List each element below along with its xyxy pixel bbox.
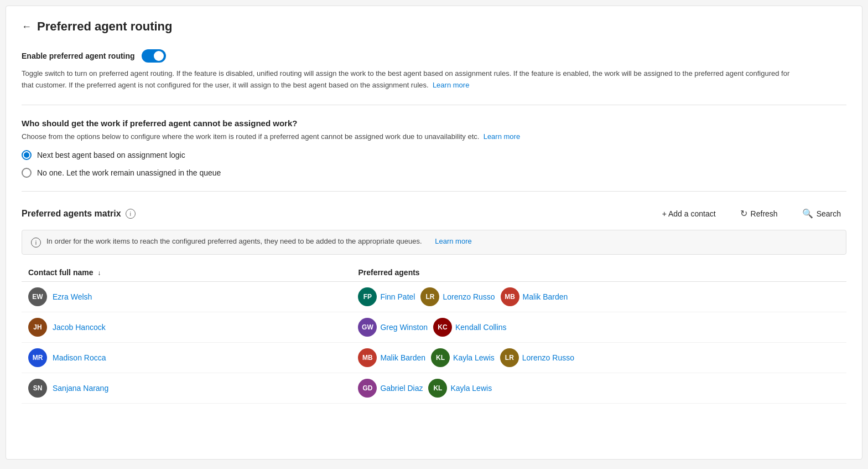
agent-name[interactable]: Gabriel Diaz	[380, 384, 423, 393]
matrix-section: Preferred agents matrix i + Add a contac…	[22, 205, 846, 404]
info-banner-icon: i	[31, 238, 41, 248]
agent-item: LR Lorenzo Russo	[500, 348, 574, 367]
contact-name[interactable]: Ezra Welsh	[53, 292, 92, 301]
radio-next-best-indicator	[22, 150, 32, 160]
agents-cell: FP Finn Patel LR Lorenzo Russo MB Malik …	[358, 287, 840, 306]
agent-item: GW Greg Winston	[358, 318, 428, 337]
info-banner-learn-more-link[interactable]: Learn more	[435, 237, 471, 245]
agent-item: KL Kayla Lewis	[428, 379, 492, 398]
radio-no-one[interactable]: No one. Let the work remain unassigned i…	[22, 168, 846, 178]
contact-avatar: SN	[28, 379, 47, 398]
search-button[interactable]: 🔍 Search	[797, 205, 846, 222]
agent-avatar: MB	[358, 348, 377, 367]
radio-next-best[interactable]: Next best agent based on assignment logi…	[22, 150, 846, 160]
add-contact-label: + Add a contact	[662, 209, 716, 218]
sort-icon: ↓	[97, 269, 101, 277]
page-title: Preferred agent routing	[37, 19, 172, 34]
contact-name[interactable]: Madison Rocca	[53, 353, 106, 362]
agents-cell: MB Malik Barden KL Kayla Lewis LR Lorenz…	[358, 348, 840, 367]
agent-item: KC Kendall Collins	[433, 318, 507, 337]
radio-next-best-label: Next best agent based on assignment logi…	[37, 151, 185, 159]
table-row: SN Sanjana Narang GD Gabriel Diaz KL Kay…	[22, 373, 846, 404]
fallback-heading: Who should get the work if preferred age…	[22, 118, 846, 128]
table-row: MR Madison Rocca MB Malik Barden KL Kayl…	[22, 343, 846, 373]
search-icon: 🔍	[802, 208, 813, 219]
matrix-info-icon[interactable]: i	[126, 209, 136, 219]
agent-avatar: LR	[500, 348, 519, 367]
agent-name[interactable]: Finn Patel	[380, 292, 415, 301]
fallback-learn-more-link[interactable]: Learn more	[484, 132, 520, 141]
contact-cell: MR Madison Rocca	[28, 348, 345, 367]
agent-avatar: MB	[501, 287, 519, 306]
agent-avatar: FP	[358, 287, 377, 306]
fallback-description: Choose from the options below to configu…	[22, 131, 796, 143]
table-row: JH Jacob Hancock GW Greg Winston KC Kend…	[22, 312, 846, 343]
matrix-actions: + Add a contact ↻ Refresh 🔍 Search	[657, 205, 846, 222]
refresh-icon: ↻	[740, 208, 747, 219]
add-contact-button[interactable]: + Add a contact	[657, 206, 721, 221]
agent-avatar: GW	[358, 318, 377, 337]
agent-avatar: KC	[433, 318, 452, 337]
contact-cell: EW Ezra Welsh	[28, 287, 345, 306]
contact-avatar: JH	[28, 318, 47, 337]
agent-avatar: KL	[428, 379, 447, 398]
contact-name[interactable]: Sanjana Narang	[53, 384, 108, 393]
enable-routing-toggle[interactable]	[142, 49, 166, 63]
column-agents: Preferred agents	[351, 264, 846, 282]
agent-name[interactable]: Malik Barden	[523, 292, 568, 301]
contact-name[interactable]: Jacob Hancock	[53, 323, 106, 332]
agent-name[interactable]: Kayla Lewis	[450, 384, 492, 393]
agent-name[interactable]: Lorenzo Russo	[522, 353, 574, 362]
column-contact[interactable]: Contact full name ↓	[22, 264, 351, 282]
agent-item: MB Malik Barden	[501, 287, 568, 306]
contact-cell: JH Jacob Hancock	[28, 318, 345, 337]
refresh-button[interactable]: ↻ Refresh	[735, 205, 783, 222]
agent-avatar: KL	[431, 348, 450, 367]
agent-name[interactable]: Kayla Lewis	[453, 353, 495, 362]
agent-item: MB Malik Barden	[358, 348, 425, 367]
agents-cell: GW Greg Winston KC Kendall Collins	[358, 318, 840, 337]
info-banner: i In order for the work items to reach t…	[22, 230, 846, 255]
table-row: EW Ezra Welsh FP Finn Patel LR Lorenzo R…	[22, 282, 846, 312]
toggle-description: Toggle switch to turn on preferred agent…	[22, 68, 796, 91]
agent-avatar: LR	[420, 287, 439, 306]
agent-name[interactable]: Kendall Collins	[455, 323, 507, 332]
agent-name[interactable]: Greg Winston	[380, 323, 428, 332]
agents-cell: GD Gabriel Diaz KL Kayla Lewis	[358, 379, 840, 398]
matrix-title: Preferred agents matrix	[22, 209, 121, 219]
agent-item: GD Gabriel Diaz	[358, 379, 423, 398]
refresh-label: Refresh	[751, 209, 778, 218]
contact-avatar: EW	[28, 287, 47, 306]
back-button[interactable]: ←	[22, 21, 32, 33]
contact-avatar: MR	[28, 348, 47, 367]
contact-cell: SN Sanjana Narang	[28, 379, 345, 398]
agent-avatar: GD	[358, 379, 377, 398]
agent-item: KL Kayla Lewis	[431, 348, 495, 367]
toggle-learn-more-link[interactable]: Learn more	[433, 81, 469, 89]
fallback-radio-group: Next best agent based on assignment logi…	[22, 150, 846, 178]
agent-item: LR Lorenzo Russo	[420, 287, 495, 306]
info-banner-text: In order for the work items to reach the…	[46, 237, 422, 245]
matrix-table: Contact full name ↓ Preferred agents EW …	[22, 264, 846, 404]
radio-no-one-indicator	[22, 168, 32, 178]
search-label: Search	[817, 209, 841, 218]
agent-name[interactable]: Lorenzo Russo	[443, 292, 495, 301]
radio-no-one-label: No one. Let the work remain unassigned i…	[37, 168, 221, 177]
toggle-label: Enable preferred agent routing	[22, 51, 135, 60]
agent-name[interactable]: Malik Barden	[380, 353, 425, 362]
agent-item: FP Finn Patel	[358, 287, 415, 306]
